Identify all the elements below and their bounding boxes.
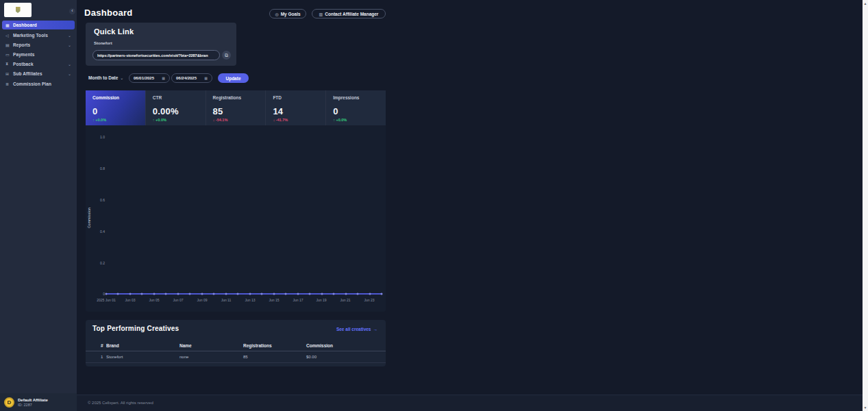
- x-tick: Jun 09: [197, 298, 207, 302]
- sidebar-item-dashboard[interactable]: ▦ Dashboard: [2, 21, 75, 29]
- stat-value: 0: [333, 106, 386, 116]
- date-from-value: 06/01/2025: [134, 76, 154, 80]
- arrow-right-icon: →: [373, 327, 378, 332]
- x-tick: Jun 19: [316, 298, 326, 302]
- x-tick: Jun 21: [340, 298, 350, 302]
- brand-logo-emblem-icon: [16, 7, 21, 13]
- stat-delta: ↓ -54.1%: [213, 118, 266, 122]
- sidebar-collapse-button[interactable]: ‹: [69, 8, 75, 14]
- sidebar-item-postback[interactable]: ⧗ Postback ⌄: [0, 60, 77, 69]
- scroll-down-arrow-icon[interactable]: ▼: [863, 404, 868, 411]
- sidebar-item-label: Sub Affiliates: [13, 71, 42, 76]
- copyright-text: © 2025 Cellxpert. All rights reserved: [88, 401, 153, 405]
- sidebar-item-label: Postback: [13, 62, 34, 66]
- stat-value: 0.00%: [153, 106, 206, 116]
- sidebar-item-label: Marketing Tools: [13, 33, 48, 38]
- tracking-url-input[interactable]: [92, 50, 220, 60]
- chevron-down-icon: ⌄: [68, 42, 71, 47]
- copy-url-button[interactable]: ⧉: [222, 51, 231, 60]
- arrow-up-icon: ↑: [333, 118, 335, 122]
- sidebar-item-commission-plan[interactable]: ≣ Commission Plan: [0, 79, 77, 88]
- group-icon: ⊞: [5, 71, 13, 76]
- table-header-row: # Brand Name Registrations Commission: [86, 341, 386, 351]
- x-tick: Jun 07: [173, 298, 183, 302]
- date-to-value: 06/24/2025: [176, 76, 197, 80]
- x-tick: Jun 05: [149, 298, 159, 302]
- quick-link-title: Quick Link: [94, 27, 134, 36]
- chart-line: [106, 293, 382, 295]
- date-from-input[interactable]: 06/01/2025 ▦: [129, 73, 170, 83]
- vertical-scrollbar[interactable]: ▲ ▼: [863, 0, 868, 411]
- sidebar-item-payments[interactable]: ▭ Payments: [0, 49, 77, 59]
- col-header-num: #: [86, 341, 106, 351]
- calendar-icon: ▦: [162, 76, 165, 80]
- sidebar-item-reports[interactable]: ▤ Reports ⌄: [0, 40, 77, 49]
- sidebar-item-label: Payments: [13, 52, 35, 57]
- brand-logo[interactable]: [4, 3, 32, 17]
- sidebar-item-sub-affiliates[interactable]: ⊞ Sub Affiliates ⌄: [0, 69, 77, 79]
- arrow-up-icon: ↑: [153, 118, 155, 122]
- sidebar-item-marketing-tools[interactable]: ◁ Marketing Tools ⌄: [0, 30, 77, 40]
- cell-name: none: [179, 351, 243, 363]
- stat-card-ctr[interactable]: CTR 0.00% ↑ +0.0%: [146, 90, 206, 125]
- y-tick: 0.6: [90, 198, 105, 202]
- sidebar-item-label: Reports: [13, 42, 30, 47]
- col-header-name: Name: [179, 341, 243, 351]
- stat-delta: ↑ +0.0%: [153, 118, 206, 122]
- cell-commission: $0.00: [306, 351, 386, 363]
- megaphone-icon: ◁: [5, 33, 13, 38]
- update-button[interactable]: Update: [218, 73, 249, 83]
- date-range-dropdown[interactable]: Month to Date⌄: [88, 75, 123, 80]
- quick-link-card: Quick Link Stonefort ⧉: [86, 23, 236, 66]
- stat-delta: ↓ -41.7%: [273, 118, 325, 122]
- cell-registrations: 85: [243, 351, 306, 363]
- copy-icon: ⧉: [225, 53, 228, 58]
- stat-label: Impressions: [333, 95, 386, 100]
- card-icon: ▭: [5, 52, 13, 57]
- stat-card-registrations[interactable]: Registrations 85 ↓ -54.1%: [206, 90, 266, 125]
- cell-brand: Stonefort: [106, 351, 179, 363]
- y-tick: 0.2: [90, 261, 105, 265]
- top-creatives-title: Top Performing Creatives: [92, 325, 179, 332]
- commission-chart: Commission 1.0 0.8 0.6 0.4 0.2 0 2025 Ju…: [86, 125, 386, 312]
- stats-row: Commission 0 ↑ +0.0% CTR 0.00% ↑ +0.0% R…: [86, 90, 386, 125]
- stat-label: CTR: [153, 95, 206, 100]
- sidebar-item-label: Dashboard: [13, 23, 37, 27]
- stat-value: 14: [273, 106, 325, 116]
- list-icon: ≣: [5, 82, 13, 86]
- see-all-creatives-label: See all creatives: [336, 327, 371, 332]
- affiliate-id: ID: 2287: [18, 403, 48, 407]
- dashboard-panel: Commission 0 ↑ +0.0% CTR 0.00% ↑ +0.0% R…: [86, 90, 386, 312]
- x-tick: Jun 03: [125, 298, 135, 302]
- chevron-down-icon: ⌄: [120, 76, 123, 80]
- date-to-input[interactable]: 06/24/2025 ▦: [171, 73, 212, 83]
- sidebar-item-label: Commission Plan: [13, 82, 51, 86]
- contact-affiliate-manager-button[interactable]: ▥ Contact Affiliate Manager: [312, 9, 386, 18]
- stat-card-impressions[interactable]: Impressions 0 ↑ +0.0%: [326, 90, 386, 125]
- y-tick: 0.8: [90, 166, 105, 171]
- my-goals-button[interactable]: ◎ My Goals: [269, 9, 306, 18]
- top-creatives-card: Top Performing Creatives See all creativ…: [86, 320, 386, 366]
- dashboard-icon: ▦: [5, 23, 13, 27]
- report-icon: ▤: [5, 42, 13, 47]
- chevron-down-icon: ⌄: [68, 33, 71, 38]
- stat-card-ftd[interactable]: FTD 14 ↓ -41.7%: [266, 90, 325, 125]
- stat-card-commission[interactable]: Commission 0 ↑ +0.0%: [86, 90, 145, 125]
- table-row: 1 Stonefort none 85 $0.00: [86, 351, 386, 363]
- affiliate-name: Default Affiliate: [18, 398, 48, 402]
- see-all-creatives-link[interactable]: See all creatives→: [336, 327, 377, 332]
- my-goals-label: My Goals: [281, 12, 301, 16]
- stat-delta: ↑ +0.0%: [92, 118, 145, 122]
- col-header-brand: Brand: [106, 341, 179, 351]
- app: ‹ ▦ Dashboard ◁ Marketing Tools ⌄ ▤ Repo…: [0, 0, 863, 411]
- sidebar-footer: D Default Affiliate ID: 2287: [0, 393, 77, 411]
- scroll-up-arrow-icon[interactable]: ▲: [863, 0, 868, 7]
- x-tick: Jun 23: [364, 298, 374, 302]
- calendar-icon: ▦: [204, 76, 208, 80]
- chat-icon: ▥: [319, 12, 323, 16]
- date-range-label: Month to Date: [88, 75, 118, 80]
- chevron-down-icon: ⌄: [68, 62, 71, 66]
- x-tick: Jun 17: [293, 298, 303, 302]
- stat-value: 0: [92, 106, 145, 116]
- page-title: Dashboard: [84, 8, 133, 18]
